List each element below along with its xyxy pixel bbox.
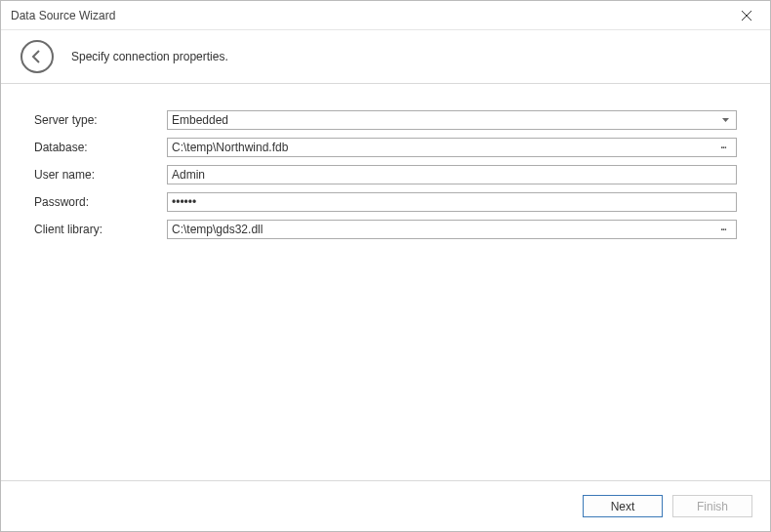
- row-client-library: Client library: C:\temp\gds32.dll ···: [34, 219, 737, 240]
- database-value: C:\temp\Northwind.fdb: [172, 141, 714, 154]
- row-password: Password: ••••••: [34, 191, 737, 213]
- back-button[interactable]: [20, 40, 54, 73]
- form-content: Server type: Embedded Database: C:\temp\…: [1, 84, 770, 480]
- wizard-footer: Next Finish: [1, 480, 770, 531]
- titlebar: Data Source Wizard: [1, 1, 770, 30]
- label-client-library: Client library:: [34, 223, 167, 236]
- wizard-subtitle: Specify connection properties.: [71, 50, 228, 63]
- database-input[interactable]: C:\temp\Northwind.fdb ···: [167, 138, 737, 157]
- wizard-window: Data Source Wizard Specify connection pr…: [0, 0, 771, 532]
- client-library-input[interactable]: C:\temp\gds32.dll ···: [167, 220, 737, 239]
- password-value: ••••••: [172, 195, 732, 209]
- wizard-header: Specify connection properties.: [1, 30, 770, 84]
- server-type-value: Embedded: [172, 113, 718, 127]
- database-browse-button[interactable]: ···: [714, 143, 732, 153]
- arrow-left-icon: [29, 49, 45, 64]
- server-type-dropdown[interactable]: Embedded: [167, 110, 737, 130]
- user-name-value: Admin: [172, 168, 732, 182]
- label-database: Database:: [34, 141, 167, 154]
- window-title: Data Source Wizard: [11, 9, 115, 22]
- close-icon: [742, 11, 751, 20]
- label-server-type: Server type:: [34, 113, 167, 127]
- next-button[interactable]: Next: [583, 495, 663, 517]
- finish-button: Finish: [672, 495, 752, 517]
- client-library-browse-button[interactable]: ···: [714, 225, 732, 235]
- user-name-input[interactable]: Admin: [167, 165, 737, 184]
- password-input[interactable]: ••••••: [167, 192, 737, 212]
- row-user-name: User name: Admin: [34, 164, 737, 185]
- chevron-down-icon: [718, 118, 732, 122]
- label-password: Password:: [34, 195, 167, 209]
- label-user-name: User name:: [34, 168, 167, 182]
- close-button[interactable]: [731, 4, 762, 27]
- row-server-type: Server type: Embedded: [34, 109, 737, 131]
- client-library-value: C:\temp\gds32.dll: [172, 223, 714, 236]
- row-database: Database: C:\temp\Northwind.fdb ···: [34, 137, 737, 158]
